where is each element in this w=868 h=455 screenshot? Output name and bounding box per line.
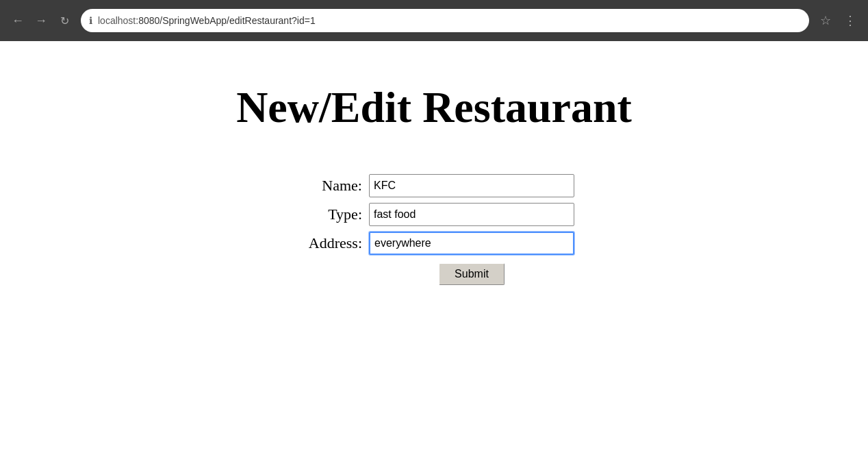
info-icon: ℹ <box>89 15 92 26</box>
submit-row: Submit <box>294 263 574 285</box>
menu-button[interactable]: ⋮ <box>841 11 860 30</box>
address-label: Address: <box>294 234 362 252</box>
address-row: Address: <box>294 232 574 255</box>
nav-buttons: ← → ↻ <box>8 11 74 30</box>
bookmark-button[interactable]: ☆ <box>816 11 835 30</box>
browser-chrome: ← → ↻ ℹ localhost:8080/SpringWebApp/edit… <box>0 0 868 41</box>
submit-button[interactable]: Submit <box>439 263 505 285</box>
browser-actions: ☆ ⋮ <box>816 11 860 30</box>
url-display: localhost:8080/SpringWebApp/editRestaura… <box>98 15 801 26</box>
reload-button[interactable]: ↻ <box>55 11 74 30</box>
name-row: Name: <box>294 174 574 197</box>
back-button[interactable]: ← <box>8 11 27 30</box>
page-title: New/Edit Restaurant <box>236 82 632 133</box>
type-input[interactable] <box>369 203 574 226</box>
name-label: Name: <box>294 177 362 195</box>
url-protocol: localhost <box>98 15 136 26</box>
forward-button[interactable]: → <box>31 11 51 30</box>
page-content: New/Edit Restaurant Name: Type: Address:… <box>0 41 868 455</box>
type-label: Type: <box>294 206 362 223</box>
url-path: :8080/SpringWebApp/editRestaurant?id=1 <box>136 15 315 26</box>
name-input[interactable] <box>369 174 574 197</box>
address-input[interactable] <box>369 232 574 255</box>
type-row: Type: <box>294 203 574 226</box>
form-container: Name: Type: Address: Submit <box>294 174 574 285</box>
address-bar[interactable]: ℹ localhost:8080/SpringWebApp/editRestau… <box>81 9 809 32</box>
